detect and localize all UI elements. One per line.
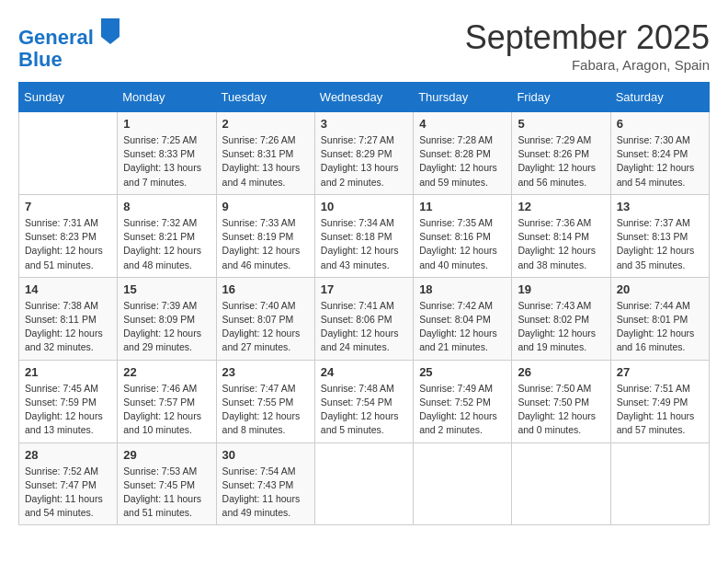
calendar-cell: 28Sunrise: 7:52 AMSunset: 7:47 PMDayligh… — [19, 442, 118, 525]
calendar-cell: 24Sunrise: 7:48 AMSunset: 7:54 PMDayligh… — [314, 360, 413, 442]
day-info: Sunrise: 7:27 AMSunset: 8:29 PMDaylight:… — [321, 133, 407, 190]
week-row-4: 21Sunrise: 7:45 AMSunset: 7:59 PMDayligh… — [19, 360, 710, 442]
calendar-cell: 11Sunrise: 7:35 AMSunset: 8:16 PMDayligh… — [414, 194, 512, 277]
column-header-friday: Friday — [512, 83, 610, 112]
day-number: 25 — [419, 365, 506, 379]
day-info: Sunrise: 7:30 AMSunset: 8:24 PMDaylight:… — [617, 133, 703, 190]
calendar-table: SundayMondayTuesdayWednesdayThursdayFrid… — [18, 82, 710, 525]
logo: General Blue — [18, 18, 123, 71]
day-info: Sunrise: 7:43 AMSunset: 8:02 PMDaylight:… — [518, 299, 604, 355]
calendar-cell: 20Sunrise: 7:44 AMSunset: 8:01 PMDayligh… — [610, 277, 709, 360]
calendar-cell — [19, 112, 118, 195]
title-block: September 2025 Fabara, Aragon, Spain — [465, 18, 710, 73]
day-number: 12 — [518, 200, 604, 213]
calendar-body: 1Sunrise: 7:25 AMSunset: 8:33 PMDaylight… — [19, 112, 710, 525]
day-info: Sunrise: 7:47 AMSunset: 7:55 PMDaylight:… — [222, 382, 309, 438]
day-number: 11 — [419, 200, 506, 213]
column-header-wednesday: Wednesday — [314, 83, 413, 112]
calendar-cell: 23Sunrise: 7:47 AMSunset: 7:55 PMDayligh… — [216, 360, 314, 442]
calendar-cell: 12Sunrise: 7:36 AMSunset: 8:14 PMDayligh… — [512, 194, 610, 277]
day-info: Sunrise: 7:48 AMSunset: 7:54 PMDaylight:… — [321, 382, 407, 438]
day-info: Sunrise: 7:41 AMSunset: 8:06 PMDaylight:… — [321, 299, 407, 355]
calendar-cell: 29Sunrise: 7:53 AMSunset: 7:45 PMDayligh… — [118, 442, 216, 525]
day-info: Sunrise: 7:31 AMSunset: 8:23 PMDaylight:… — [25, 216, 111, 272]
week-row-5: 28Sunrise: 7:52 AMSunset: 7:47 PMDayligh… — [19, 442, 710, 525]
calendar-cell: 6Sunrise: 7:30 AMSunset: 8:24 PMDaylight… — [610, 112, 709, 195]
day-info: Sunrise: 7:40 AMSunset: 8:07 PMDaylight:… — [222, 299, 309, 355]
calendar-cell: 14Sunrise: 7:38 AMSunset: 8:11 PMDayligh… — [19, 277, 118, 360]
day-number: 29 — [123, 448, 210, 462]
day-info: Sunrise: 7:54 AMSunset: 7:43 PMDaylight:… — [222, 465, 309, 521]
day-info: Sunrise: 7:51 AMSunset: 7:49 PMDaylight:… — [617, 382, 703, 438]
day-info: Sunrise: 7:44 AMSunset: 8:01 PMDaylight:… — [617, 299, 703, 355]
calendar-cell: 13Sunrise: 7:37 AMSunset: 8:13 PMDayligh… — [610, 194, 709, 277]
calendar-cell: 18Sunrise: 7:42 AMSunset: 8:04 PMDayligh… — [414, 277, 512, 360]
day-number: 5 — [518, 117, 604, 131]
calendar-cell: 10Sunrise: 7:34 AMSunset: 8:18 PMDayligh… — [314, 194, 413, 277]
column-header-saturday: Saturday — [610, 83, 709, 112]
day-info: Sunrise: 7:49 AMSunset: 7:52 PMDaylight:… — [419, 382, 506, 438]
calendar-cell: 25Sunrise: 7:49 AMSunset: 7:52 PMDayligh… — [414, 360, 512, 442]
day-number: 14 — [25, 282, 111, 296]
calendar-cell: 17Sunrise: 7:41 AMSunset: 8:06 PMDayligh… — [314, 277, 413, 360]
calendar-cell: 22Sunrise: 7:46 AMSunset: 7:57 PMDayligh… — [118, 360, 216, 442]
day-number: 22 — [123, 365, 210, 379]
logo-general: General — [18, 26, 94, 49]
calendar-cell: 16Sunrise: 7:40 AMSunset: 8:07 PMDayligh… — [216, 277, 314, 360]
day-number: 4 — [419, 117, 506, 131]
calendar-cell: 30Sunrise: 7:54 AMSunset: 7:43 PMDayligh… — [216, 442, 314, 525]
day-info: Sunrise: 7:33 AMSunset: 8:19 PMDaylight:… — [222, 216, 309, 272]
calendar-cell — [414, 442, 512, 525]
day-number: 8 — [123, 200, 210, 213]
day-number: 17 — [321, 282, 407, 296]
day-info: Sunrise: 7:29 AMSunset: 8:26 PMDaylight:… — [518, 133, 604, 190]
calendar-cell — [610, 442, 709, 525]
day-info: Sunrise: 7:25 AMSunset: 8:33 PMDaylight:… — [123, 133, 210, 190]
day-info: Sunrise: 7:34 AMSunset: 8:18 PMDaylight:… — [321, 216, 407, 272]
week-row-1: 1Sunrise: 7:25 AMSunset: 8:33 PMDaylight… — [19, 112, 710, 195]
day-number: 20 — [617, 282, 703, 296]
day-number: 13 — [617, 200, 703, 213]
day-number: 23 — [222, 365, 309, 379]
day-info: Sunrise: 7:37 AMSunset: 8:13 PMDaylight:… — [617, 216, 703, 272]
page-header: General Blue September 2025 Fabara, Arag… — [18, 18, 710, 73]
day-number: 30 — [222, 448, 309, 462]
calendar-cell: 5Sunrise: 7:29 AMSunset: 8:26 PMDaylight… — [512, 112, 610, 195]
calendar-cell — [512, 442, 610, 525]
day-info: Sunrise: 7:50 AMSunset: 7:50 PMDaylight:… — [518, 382, 604, 438]
calendar-cell: 19Sunrise: 7:43 AMSunset: 8:02 PMDayligh… — [512, 277, 610, 360]
day-number: 28 — [25, 448, 111, 462]
day-number: 18 — [419, 282, 506, 296]
column-header-monday: Monday — [118, 83, 216, 112]
day-info: Sunrise: 7:26 AMSunset: 8:31 PMDaylight:… — [222, 133, 309, 190]
calendar-cell: 2Sunrise: 7:26 AMSunset: 8:31 PMDaylight… — [216, 112, 314, 195]
day-info: Sunrise: 7:53 AMSunset: 7:45 PMDaylight:… — [123, 465, 210, 521]
day-number: 21 — [25, 365, 111, 379]
column-header-sunday: Sunday — [19, 83, 118, 112]
calendar-cell: 4Sunrise: 7:28 AMSunset: 8:28 PMDaylight… — [414, 112, 512, 195]
month-title: September 2025 — [465, 18, 710, 57]
day-number: 19 — [518, 282, 604, 296]
day-info: Sunrise: 7:28 AMSunset: 8:28 PMDaylight:… — [419, 133, 506, 190]
calendar-cell: 15Sunrise: 7:39 AMSunset: 8:09 PMDayligh… — [118, 277, 216, 360]
day-number: 2 — [222, 117, 309, 131]
logo-icon — [101, 18, 119, 44]
day-number: 10 — [321, 200, 407, 213]
day-info: Sunrise: 7:38 AMSunset: 8:11 PMDaylight:… — [25, 299, 111, 355]
calendar-cell: 26Sunrise: 7:50 AMSunset: 7:50 PMDayligh… — [512, 360, 610, 442]
column-header-tuesday: Tuesday — [216, 83, 314, 112]
calendar-cell: 27Sunrise: 7:51 AMSunset: 7:49 PMDayligh… — [610, 360, 709, 442]
day-info: Sunrise: 7:32 AMSunset: 8:21 PMDaylight:… — [123, 216, 210, 272]
svg-marker-0 — [101, 18, 119, 44]
day-info: Sunrise: 7:46 AMSunset: 7:57 PMDaylight:… — [123, 382, 210, 438]
day-number: 7 — [25, 200, 111, 213]
day-number: 6 — [617, 117, 703, 131]
calendar-cell: 21Sunrise: 7:45 AMSunset: 7:59 PMDayligh… — [19, 360, 118, 442]
day-info: Sunrise: 7:52 AMSunset: 7:47 PMDaylight:… — [25, 465, 111, 521]
calendar-cell — [314, 442, 413, 525]
day-number: 24 — [321, 365, 407, 379]
day-number: 27 — [617, 365, 703, 379]
day-info: Sunrise: 7:36 AMSunset: 8:14 PMDaylight:… — [518, 216, 604, 272]
day-number: 16 — [222, 282, 309, 296]
day-number: 26 — [518, 365, 604, 379]
